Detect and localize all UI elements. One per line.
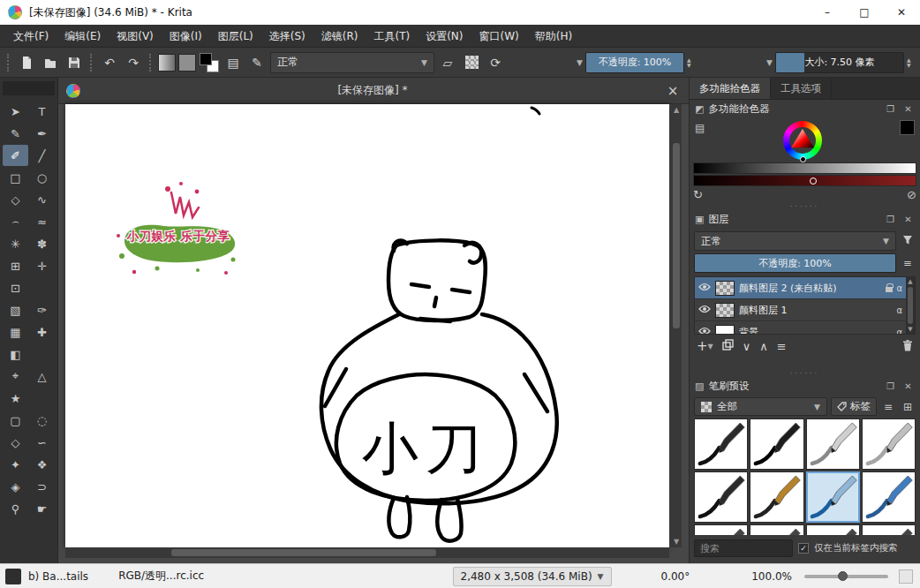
open-document-button[interactable] xyxy=(40,52,61,73)
horizontal-scrollbar[interactable] xyxy=(65,547,669,558)
gradient-chooser-button[interactable] xyxy=(158,54,176,72)
pattern-edit-tool[interactable]: ▦ xyxy=(3,321,28,343)
layer-filter-icon[interactable] xyxy=(900,235,916,248)
close-button[interactable]: ✕ xyxy=(883,0,920,25)
brush-preset-2[interactable] xyxy=(750,418,803,470)
edit-brush-settings-button[interactable]: ✎ xyxy=(246,52,268,73)
lock-icon[interactable] xyxy=(886,287,893,292)
thumbnail-view-icon[interactable]: ⊞ xyxy=(900,401,916,413)
freehand-select-tool[interactable]: ∽ xyxy=(29,432,55,453)
polygon-tool[interactable]: ◇ xyxy=(3,189,28,210)
toolbox-docker-header[interactable] xyxy=(3,81,55,95)
brush-preset-12[interactable] xyxy=(862,524,916,535)
tag-search-checkbox[interactable]: ✓ xyxy=(798,543,809,554)
zoom-level-value[interactable]: 100.0% xyxy=(751,570,792,583)
close-document-icon[interactable]: × xyxy=(665,83,681,99)
move-tool[interactable]: ✛ xyxy=(29,255,55,276)
add-layer-button[interactable]: +▼ xyxy=(697,338,713,354)
measure-tool[interactable]: △ xyxy=(29,366,55,387)
brush-size-slider[interactable]: 大小: 7.50 像素 xyxy=(775,52,904,73)
color-sampler-tool[interactable]: ✑ xyxy=(29,299,55,320)
layer-list-scrollbar[interactable]: ▲▼ xyxy=(906,277,915,334)
alpha-icon[interactable]: α xyxy=(896,305,902,315)
preserve-alpha-button[interactable] xyxy=(461,52,482,73)
menu-item-5[interactable]: 图层(L) xyxy=(210,25,261,48)
zoom-fit-button[interactable] xyxy=(899,569,913,584)
redo-button[interactable]: ↷ xyxy=(123,52,144,73)
layer-properties-button[interactable]: ≡ xyxy=(777,340,787,353)
menu-item-11[interactable]: 帮助(H) xyxy=(527,25,580,48)
brush-presets-popup-button[interactable]: ▤ xyxy=(222,52,244,73)
image-size-button[interactable]: 2,480 x 3,508 (34.6 MiB) ▼ xyxy=(453,567,612,586)
layer-thumbnail[interactable] xyxy=(715,281,735,296)
layer-menu-icon[interactable]: ≡ xyxy=(900,257,916,269)
assistants-tool[interactable]: ⌖ xyxy=(3,366,28,387)
docker-splitter[interactable] xyxy=(690,204,920,210)
close-docker-icon[interactable]: ✕ xyxy=(901,104,915,114)
brush-preset-1[interactable] xyxy=(694,418,748,470)
transform-tool[interactable]: ⊞ xyxy=(3,255,28,276)
save-button[interactable] xyxy=(64,52,85,73)
blending-mode-dropdown[interactable]: 正常 ▼ xyxy=(270,52,434,73)
bezier-select-tool[interactable]: ◈ xyxy=(3,476,28,497)
freehand-path-tool[interactable]: ≈ xyxy=(29,211,55,232)
menu-item-3[interactable]: 视图(V) xyxy=(109,25,162,48)
layer-visibility-icon[interactable] xyxy=(698,326,711,335)
layer-row[interactable]: 颜料图层 1α xyxy=(695,299,915,321)
minimize-button[interactable]: – xyxy=(809,0,846,25)
freehand-brush-tool[interactable]: ✐ xyxy=(3,145,28,166)
opacity-slider[interactable]: 不透明度: 100% xyxy=(585,52,684,73)
vertical-scrollbar[interactable]: ▲ ▼ xyxy=(671,104,682,547)
layer-thumbnail[interactable] xyxy=(715,303,735,318)
canvas-rotation-value[interactable]: 0.00° xyxy=(661,570,690,583)
move-layer-up-button[interactable]: ∧ xyxy=(759,340,768,353)
eraser-mode-button[interactable]: ▱ xyxy=(437,52,458,73)
gradient-tool[interactable]: ▧ xyxy=(3,299,28,320)
color-wheel[interactable] xyxy=(783,121,822,160)
brush-preset-11[interactable] xyxy=(806,524,860,535)
canvas[interactable]: 小刀娱乐 乐于分享 xyxy=(65,104,669,547)
float-docker-icon[interactable]: ❐ xyxy=(884,381,897,391)
calligraphy-tool[interactable]: ✒ xyxy=(29,123,55,144)
similar-color-select-tool[interactable]: ✦ xyxy=(3,454,28,475)
foreground-background-colors[interactable] xyxy=(199,52,220,73)
docker-splitter[interactable] xyxy=(690,371,920,377)
brush-preset-4[interactable] xyxy=(862,418,916,470)
tab-tool-options[interactable]: 工具选项 xyxy=(771,78,832,99)
zoom-slider[interactable] xyxy=(804,575,888,578)
ellipse-tool[interactable]: ○ xyxy=(29,167,55,188)
brush-preset-7[interactable] xyxy=(806,471,860,523)
menu-item-6[interactable]: 选择(S) xyxy=(261,25,313,48)
move-layer-down-button[interactable]: ∨ xyxy=(743,340,751,353)
delete-layer-button[interactable] xyxy=(902,339,913,354)
reference-images-tool[interactable]: ★ xyxy=(3,388,28,409)
current-color-swatch[interactable] xyxy=(900,120,915,135)
duplicate-layer-button[interactable] xyxy=(722,339,734,353)
brush-preset-6[interactable] xyxy=(750,471,803,523)
select-shapes-tool[interactable]: ➤ xyxy=(3,101,28,122)
alpha-icon[interactable]: α xyxy=(896,328,902,335)
chevron-down-icon[interactable]: ▼ xyxy=(577,58,583,67)
value-gradient-bar[interactable] xyxy=(693,162,916,174)
horizontal-scroll-thumb[interactable] xyxy=(171,549,436,556)
crop-tool[interactable]: ⊡ xyxy=(3,277,28,298)
new-document-button[interactable] xyxy=(16,52,37,73)
pan-tool[interactable]: ☛ xyxy=(29,498,55,519)
menu-item-2[interactable]: 编辑(E) xyxy=(57,25,109,48)
menu-item-4[interactable]: 图像(I) xyxy=(162,25,210,48)
current-brush-thumbnail[interactable] xyxy=(5,569,21,584)
document-subwindow-titlebar[interactable]: [未保存图像] * × xyxy=(58,78,689,104)
fill-tool[interactable]: ◧ xyxy=(3,343,28,365)
line-tool[interactable]: ╱ xyxy=(29,145,55,166)
float-docker-icon[interactable]: ❐ xyxy=(884,215,897,224)
scroll-up-icon[interactable]: ▲ xyxy=(674,106,679,114)
elliptical-select-tool[interactable]: ◌ xyxy=(29,410,55,431)
display-mode-icon[interactable]: ≡ xyxy=(880,401,896,413)
close-docker-icon[interactable]: ✕ xyxy=(901,215,915,224)
brush-size-spinner[interactable]: ▲▼ xyxy=(907,57,916,68)
rectangular-select-tool[interactable]: ▢ xyxy=(3,410,28,431)
scroll-down-icon[interactable]: ▼ xyxy=(674,538,679,546)
tag-button[interactable]: 标签 xyxy=(831,397,877,416)
color-settings-icon[interactable]: ▤ xyxy=(695,122,705,134)
alpha-icon[interactable]: α xyxy=(896,283,902,293)
